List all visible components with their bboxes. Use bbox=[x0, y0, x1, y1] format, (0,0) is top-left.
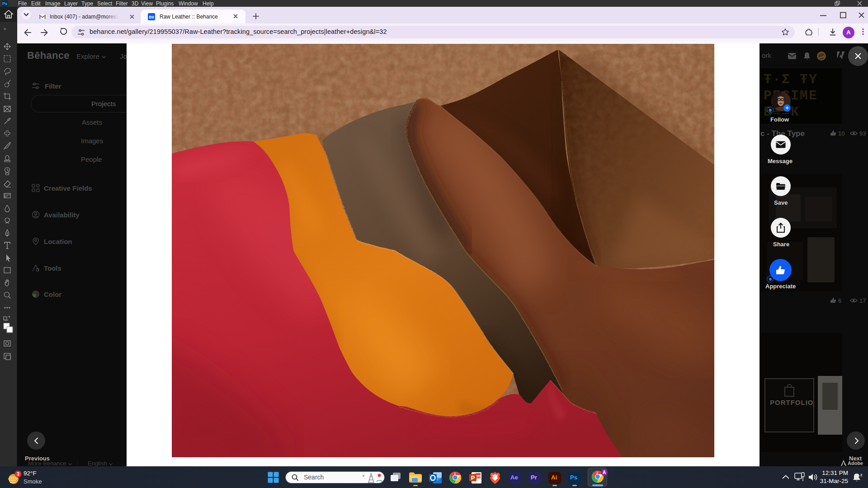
svg-text:P: P bbox=[471, 474, 475, 481]
svg-text:Bē: Bē bbox=[149, 15, 154, 19]
svg-text:Adobe: Adobe bbox=[848, 460, 863, 466]
svg-text:z: z bbox=[859, 475, 860, 479]
svg-text:3: 3 bbox=[17, 471, 19, 477]
svg-text:»: » bbox=[4, 26, 6, 31]
svg-text:z: z bbox=[860, 473, 863, 477]
